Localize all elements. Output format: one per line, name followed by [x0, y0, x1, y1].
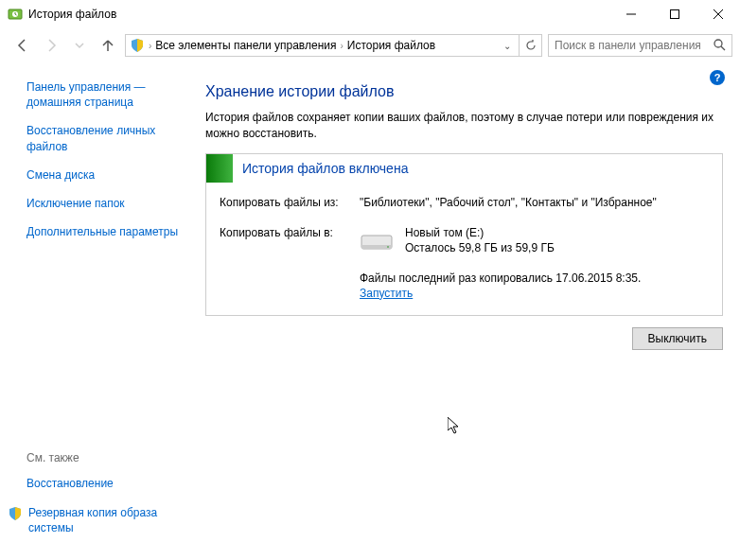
sidebar-link-exclude[interactable]: Исключение папок — [26, 196, 179, 211]
svg-rect-3 — [671, 10, 679, 19]
recent-dropdown[interactable] — [68, 34, 91, 57]
sidebar-link-recovery[interactable]: Восстановление — [26, 476, 179, 491]
search-input[interactable] — [555, 39, 713, 52]
refresh-button[interactable] — [520, 34, 542, 57]
breadcrumb-item[interactable]: История файлов — [347, 39, 435, 52]
sidebar-link-home[interactable]: Панель управления — домашняя страница — [26, 79, 179, 110]
up-button[interactable] — [97, 34, 119, 57]
svg-line-7 — [721, 46, 725, 50]
search-box[interactable] — [548, 34, 732, 57]
see-also-heading: См. также — [26, 451, 179, 464]
last-copy-text: Файлы последний раз копировались 17.06.2… — [360, 271, 709, 285]
svg-point-6 — [714, 40, 722, 47]
page-heading: Хранение истории файлов — [205, 83, 723, 100]
drive-icon — [360, 228, 394, 254]
run-now-link[interactable]: Запустить — [360, 287, 413, 300]
address-bar[interactable]: › Все элементы панели управления › Истор… — [125, 34, 520, 57]
shield-icon — [8, 506, 23, 521]
app-icon — [8, 7, 23, 22]
main-content: Хранение истории файлов История файлов с… — [194, 62, 740, 560]
chevron-right-icon: › — [340, 41, 343, 51]
copy-from-value: "Библиотеки", "Рабочий стол", "Контакты"… — [360, 196, 657, 209]
copy-to-label: Копировать файлы в: — [220, 226, 343, 239]
copy-from-label: Копировать файлы из: — [220, 196, 343, 209]
breadcrumb-item[interactable]: Все элементы панели управления — [155, 39, 336, 52]
status-indicator — [206, 154, 233, 183]
drive-space: Осталось 59,8 ГБ из 59,9 ГБ — [405, 241, 555, 254]
status-text: История файлов включена — [233, 161, 408, 176]
page-description: История файлов сохраняет копии ваших фай… — [205, 110, 723, 142]
sidebar-link-advanced[interactable]: Дополнительные параметры — [26, 224, 179, 239]
back-button[interactable] — [11, 34, 34, 57]
drive-name: Новый том (E:) — [405, 226, 555, 239]
search-icon[interactable] — [713, 38, 726, 54]
status-panel: История файлов включена Копировать файлы… — [205, 153, 723, 316]
svg-point-10 — [387, 246, 389, 248]
sidebar-link-restore[interactable]: Восстановление личных файлов — [26, 123, 179, 153]
sidebar: Панель управления — домашняя страница Во… — [0, 62, 194, 560]
maximize-button[interactable] — [653, 0, 696, 28]
minimize-button[interactable] — [609, 0, 653, 28]
title-bar: История файлов — [0, 0, 740, 28]
turn-off-button[interactable]: Выключить — [632, 327, 723, 350]
status-bar: История файлов включена — [206, 154, 722, 183]
help-icon[interactable]: ? — [710, 70, 725, 85]
nav-bar: › Все элементы панели управления › Истор… — [0, 28, 740, 62]
sidebar-link-system-image[interactable]: Резервная копия образа системы — [28, 505, 179, 535]
window-title: История файлов — [28, 8, 609, 21]
control-panel-icon — [130, 38, 145, 53]
sidebar-link-select-drive[interactable]: Смена диска — [26, 167, 179, 183]
address-dropdown[interactable]: ⌄ — [500, 41, 515, 51]
chevron-right-icon: › — [149, 41, 151, 51]
close-button[interactable] — [696, 0, 740, 28]
forward-button[interactable] — [40, 34, 62, 57]
